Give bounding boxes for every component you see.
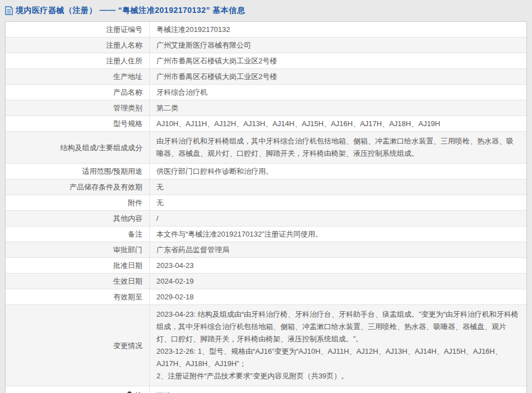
table-row: 注册人名称 广州艾捷斯医疗器械有限公司	[6, 38, 526, 53]
row-label: 结构及组成/主要组成成分	[6, 132, 150, 163]
row-value: 广东省药品监督管理局	[150, 242, 526, 257]
row-label: 变更情况	[6, 305, 150, 386]
row-value: 广州艾捷斯医疗器械有限公司	[150, 38, 526, 53]
row-label: 型号规格	[6, 116, 150, 131]
row-label: 生效日期	[6, 274, 150, 289]
row-value: 供医疗部门口腔科作诊断和治疗用。	[150, 164, 526, 179]
row-value: AJ10H、AJ11H、AJ12H、AJ13H、AJ14H、AJ15H、AJ16…	[150, 116, 526, 131]
table-row: 产品名称 牙科综合治疗机	[6, 85, 526, 100]
table-row: 有效期至 2029-02-18	[6, 289, 526, 305]
row-value: /	[150, 211, 526, 226]
row-value: 2023-04-23	[150, 258, 526, 273]
registration-info-table: 注册证编号 粤械注准20192170132 注册人名称 广州艾捷斯医疗器械有限公…	[5, 21, 527, 393]
row-label: 审批部门	[6, 242, 150, 257]
table-row: 生产地址 广州市番禺区石楼镇大岗工业区2号楼	[6, 69, 526, 85]
row-label: 注册人住所	[6, 53, 150, 68]
row-label: 适用范围/预期用途	[6, 164, 150, 179]
table-row: 审批部门 广东省药品监督管理局	[6, 242, 526, 258]
row-label: 生产地址	[6, 69, 150, 84]
row-value: 广州市番禺区石楼镇大岗工业区2号楼	[150, 69, 526, 84]
row-value: 本文件与“粤械注准20192170132”注册证共同使用。	[150, 226, 526, 242]
row-label: 产品储存条件及有效期	[6, 179, 150, 195]
row-label: 批准日期	[6, 258, 150, 273]
detail-link[interactable]: 详情	[156, 390, 171, 393]
table-row: 管理类别 第二类	[6, 100, 526, 116]
row-value: 详情	[150, 386, 526, 393]
row-value: 2024-02-19	[150, 274, 526, 289]
table-row: 附件 无	[6, 195, 526, 211]
row-value: 第二类	[150, 100, 526, 115]
table-row: 其他内容 /	[6, 211, 526, 226]
page-header: 境内医疗器械（注册） —— “粤械注准20192170132” 基本信息	[0, 0, 532, 21]
row-label: 管理类别	[6, 100, 150, 115]
row-label: 附件	[6, 195, 150, 210]
table-row: 结构及组成/主要组成成分 由牙科治疗机和牙科椅组成，其中牙科综合治疗机包括地箱、…	[6, 132, 526, 164]
row-value: 2029-02-18	[150, 289, 526, 304]
row-label: 注	[6, 386, 150, 393]
row-label: 注册人名称	[6, 38, 150, 53]
row-value: 无	[150, 195, 526, 210]
row-value: 粤械注准20192170132	[150, 22, 526, 37]
table-row: 注 详情	[6, 386, 526, 393]
table-row: 适用范围/预期用途 供医疗部门口腔科作诊断和治疗用。	[6, 164, 526, 179]
table-row: 备注 本文件与“粤械注准20192170132”注册证共同使用。	[6, 226, 526, 242]
table-row: 注册人住所 广州市番禺区石楼镇大岗工业区2号楼	[6, 53, 526, 69]
row-value: 广州市番禺区石楼镇大岗工业区2号楼	[150, 53, 526, 68]
row-label: 其他内容	[6, 211, 150, 226]
row-label: 产品名称	[6, 85, 150, 100]
row-value: 无	[150, 179, 526, 195]
table-row: 变更情况 2023-04-23: 结构及组成由“由牙科治疗椅、牙科治疗台、牙科助…	[6, 305, 526, 386]
row-label: 备注	[6, 226, 150, 242]
table-row: 注册证编号 粤械注准20192170132	[6, 22, 526, 38]
table-row: 型号规格 AJ10H、AJ11H、AJ12H、AJ13H、AJ14H、AJ15H…	[6, 116, 526, 132]
row-value: 牙科综合治疗机	[150, 85, 526, 100]
page-title: 境内医疗器械（注册） —— “粤械注准20192170132” 基本信息	[16, 6, 245, 16]
table-row: 生效日期 2024-02-19	[6, 274, 526, 289]
table-row: 批准日期 2023-04-23	[6, 258, 526, 274]
row-value: 2023-04-23: 结构及组成由“由牙科治疗椅、牙科治疗台、牙科助手台、痰盂…	[150, 305, 526, 386]
document-icon	[5, 6, 13, 15]
note-label: 注	[135, 390, 142, 393]
table-row: 产品储存条件及有效期 无	[6, 179, 526, 195]
row-value: 由牙科治疗机和牙科椅组成，其中牙科综合治疗机包括地箱、侧箱、冲盂漱口给水装置、三…	[150, 132, 526, 163]
row-label: 注册证编号	[6, 22, 150, 37]
row-label: 有效期至	[6, 289, 150, 304]
